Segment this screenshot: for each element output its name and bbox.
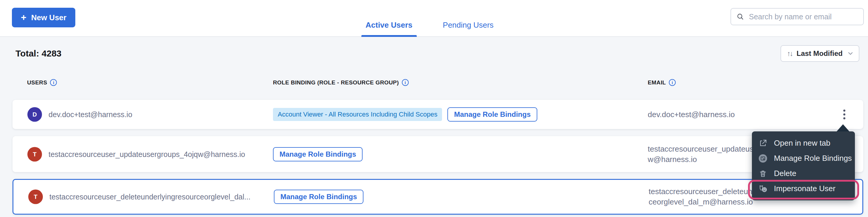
column-header-users: USERS i [27, 79, 57, 86]
table-row[interactable]: T testaccresourceuser_updateusergroups_4… [12, 136, 863, 172]
tab-pending-users[interactable]: Pending Users [439, 21, 497, 37]
context-menu-caret [836, 124, 850, 132]
role-binding-badge: Account Viewer - All Resources Including… [273, 108, 442, 121]
menu-item-label: Impersonate User [774, 184, 836, 193]
column-header-role-binding: ROLE BINDING (ROLE - RESOURCE GROUP) i [273, 79, 409, 86]
user-cell: D dev.doc+test@harness.io [27, 107, 132, 122]
new-user-button[interactable]: + New User [12, 8, 75, 27]
menu-item-label: Manage Role Bindings [774, 154, 852, 163]
menu-item-label: Open in new tab [774, 139, 830, 148]
row-actions-kebab-icon[interactable] [841, 107, 848, 122]
tab-pending-users-label: Pending Users [443, 21, 494, 29]
manage-role-bindings-button[interactable]: Manage Role Bindings [273, 147, 363, 161]
info-icon[interactable]: i [50, 79, 57, 86]
column-header-email: EMAIL i [648, 79, 676, 86]
row-actions-context-menu: Open in new tab Manage Role Bindings [752, 132, 855, 201]
menu-item-manage-role-bindings[interactable]: Manage Role Bindings [752, 151, 855, 166]
new-user-button-label: New User [31, 13, 67, 22]
search-icon [737, 13, 744, 21]
role-binding-cell: Account Viewer - All Resources Including… [273, 107, 537, 121]
impersonate-user-icon [758, 185, 768, 193]
column-header-users-label: USERS [27, 79, 47, 86]
total-count-label: Total: 4283 [16, 48, 62, 59]
search-input[interactable] [748, 12, 858, 22]
plus-icon: + [21, 12, 27, 22]
search-box[interactable] [731, 8, 864, 25]
delete-icon [758, 170, 768, 177]
open-in-new-tab-icon [758, 139, 768, 147]
avatar: T [28, 190, 43, 204]
sort-dropdown-label: Last Modified [797, 49, 843, 58]
menu-item-label: Delete [774, 169, 796, 178]
column-header-role-binding-label: ROLE BINDING (ROLE - RESOURCE GROUP) [273, 79, 399, 86]
table-row[interactable]: D dev.doc+test@harness.io Account Viewer… [12, 100, 863, 129]
chevron-down-icon [847, 50, 854, 57]
tab-active-users[interactable]: Active Users [362, 21, 416, 37]
sort-dropdown[interactable]: ↑↓ Last Modified [780, 45, 859, 62]
sort-arrows-icon: ↑↓ [787, 49, 793, 58]
avatar: D [27, 107, 42, 122]
info-icon[interactable]: i [402, 79, 409, 86]
user-name: testaccresourceuser_deleteunderlyingreso… [50, 193, 250, 201]
user-name: dev.doc+test@harness.io [49, 110, 132, 119]
menu-item-delete[interactable]: Delete [752, 166, 855, 181]
tab-active-users-label: Active Users [366, 21, 412, 29]
user-cell: T testaccresourceuser_updateusergroups_4… [27, 147, 245, 161]
page-header: + New User Active Users Pending Users [0, 0, 868, 37]
user-name: testaccresourceuser_updateusergroups_4oj… [49, 150, 245, 158]
email-line: dev.doc+test@harness.io [648, 109, 735, 120]
user-cell: T testaccresourceuser_deleteunderlyingre… [28, 190, 250, 204]
info-icon[interactable]: i [669, 79, 676, 86]
manage-role-bindings-icon [758, 154, 768, 163]
manage-role-bindings-button[interactable]: Manage Role Bindings [274, 190, 364, 204]
tab-bar: Active Users Pending Users [362, 0, 497, 37]
role-binding-cell: Manage Role Bindings [274, 190, 364, 204]
menu-item-impersonate-user[interactable]: Impersonate User [752, 181, 855, 196]
manage-role-bindings-button[interactable]: Manage Role Bindings [447, 107, 537, 121]
avatar: T [27, 147, 42, 161]
user-management-page: + New User Active Users Pending Users To… [0, 0, 868, 217]
table-row[interactable]: T testaccresourceuser_deleteunderlyingre… [12, 179, 863, 215]
column-header-email-label: EMAIL [648, 79, 666, 86]
email-cell: dev.doc+test@harness.io [648, 109, 735, 120]
menu-item-open-in-new-tab[interactable]: Open in new tab [752, 136, 855, 151]
role-binding-cell: Manage Role Bindings [273, 147, 363, 161]
